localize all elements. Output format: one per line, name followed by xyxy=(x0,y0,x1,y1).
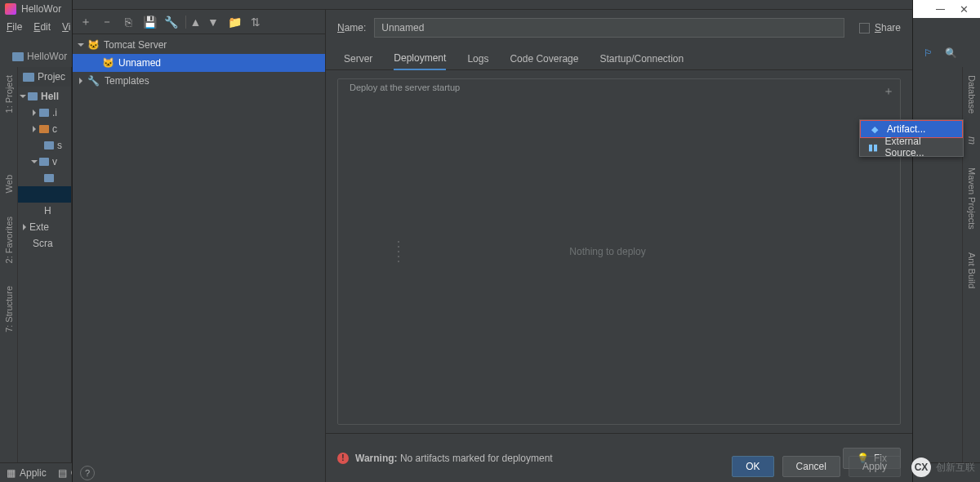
tomcat-icon: 🐱 xyxy=(102,57,114,69)
folder-icon xyxy=(12,52,24,61)
search-icon[interactable]: 🔍 xyxy=(945,47,957,59)
minimize-icon[interactable] xyxy=(936,9,945,10)
help-button[interactable]: ? xyxy=(80,466,95,480)
intellij-icon xyxy=(5,3,16,15)
folder-config-icon[interactable]: 📁 xyxy=(228,16,241,29)
folder-icon xyxy=(23,73,34,82)
menu-edit[interactable]: Edit xyxy=(33,21,51,33)
config-unnamed[interactable]: 🐱 Unnamed xyxy=(73,54,325,72)
flag-icon[interactable]: 🏳 xyxy=(924,47,933,59)
sort-config-icon[interactable]: ⇅ xyxy=(249,16,262,29)
external-window-controls: ✕ xyxy=(912,0,980,18)
config-templates-node[interactable]: 🔧 Templates xyxy=(73,72,325,90)
config-tree[interactable]: 🐱 Tomcat Server 🐱 Unnamed 🔧 Templates xyxy=(73,34,325,482)
warning-icon: ! xyxy=(337,453,349,464)
add-config-icon[interactable]: ＋ xyxy=(79,16,92,29)
warning-row: ! Warning: No artifacts marked for deplo… xyxy=(337,453,553,464)
right-tool-window-bar: Database m Maven Projects Ant Build xyxy=(962,67,980,462)
artifact-icon: ◆ xyxy=(869,123,880,135)
tab-web[interactable]: Web xyxy=(4,175,14,193)
config-right-panel: Name: Share Server Deployment Logs Code … xyxy=(326,10,912,482)
tab-deployment[interactable]: Deployment xyxy=(394,52,446,70)
chevron-right-icon xyxy=(79,78,82,84)
ide-menubar[interactable]: FFileile Edit Vi xyxy=(0,18,71,36)
move-up-icon[interactable]: ▲ xyxy=(185,16,198,29)
name-row: Name: Share xyxy=(326,10,912,46)
save-config-icon[interactable]: 💾 xyxy=(143,16,156,29)
name-label: Name: xyxy=(337,22,366,33)
add-deploy-context-menu: ◆ Artifact... ▮▮ External Source... xyxy=(859,119,964,157)
breadcrumb-label: HelloWor xyxy=(27,51,67,62)
left-tool-window-bar: 1: Project Web 2: Favorites 7: Structure xyxy=(0,67,18,462)
run-config-dialog: ＋ － ⎘ 💾 🔧 ▲ ▼ 📁 ⇅ 🐱 Tomcat Server 🐱 Unn xyxy=(72,0,913,482)
tab-maven-label[interactable]: Maven Projects xyxy=(967,167,977,230)
chevron-down-icon xyxy=(78,43,84,47)
ok-button[interactable]: OK xyxy=(732,456,773,477)
config-toolbar: ＋ － ⎘ 💾 🔧 ▲ ▼ 📁 ⇅ xyxy=(73,10,325,34)
deployment-panel: Deploy at the server startup Nothing to … xyxy=(326,70,912,433)
tab-favorites[interactable]: 2: Favorites xyxy=(4,216,14,263)
tab-code-coverage[interactable]: Code Coverage xyxy=(510,53,578,69)
apply-button[interactable]: Apply xyxy=(849,456,901,477)
project-tool-window: Projec Hell .i c s v H Exte Scra xyxy=(18,67,72,462)
tab-startup-connection[interactable]: Startup/Connection xyxy=(599,53,684,69)
config-left-panel: ＋ － ⎘ 💾 🔧 ▲ ▼ 📁 ⇅ 🐱 Tomcat Server 🐱 Unn xyxy=(73,10,326,482)
dialog-titlebar[interactable] xyxy=(73,0,912,10)
project-tree[interactable]: Hell .i c s v H Exte Scra xyxy=(18,87,71,252)
ide-title: HelloWor xyxy=(21,3,61,15)
dialog-buttons: OK Cancel Apply xyxy=(732,456,901,482)
tab-maven[interactable]: m xyxy=(966,136,978,145)
tab-database[interactable]: Database xyxy=(967,75,977,114)
tomcat-icon: 🐱 xyxy=(87,39,99,51)
copy-config-icon[interactable]: ⎘ xyxy=(122,16,135,29)
menu-view[interactable]: Vi xyxy=(62,21,70,33)
status-applic[interactable]: ▦ Applic xyxy=(7,467,47,479)
deploy-list-box: Deploy at the server startup Nothing to … xyxy=(337,78,901,425)
config-tomcat-node[interactable]: 🐱 Tomcat Server xyxy=(73,36,325,54)
remove-config-icon[interactable]: － xyxy=(100,16,114,29)
wrench-icon: 🔧 xyxy=(87,75,100,87)
splitter-grip[interactable] xyxy=(398,241,403,262)
ide-titlebar: HelloWor xyxy=(0,0,61,18)
breadcrumb[interactable]: HelloWor xyxy=(12,47,67,65)
cancel-button[interactable]: Cancel xyxy=(782,456,840,477)
tab-server[interactable]: Server xyxy=(344,53,372,69)
config-tabs: Server Deployment Logs Code Coverage Sta… xyxy=(326,46,912,70)
menu-file[interactable]: FFileile xyxy=(7,21,22,33)
ctx-external-source[interactable]: ▮▮ External Source... xyxy=(860,138,963,156)
tab-project[interactable]: 1: Project xyxy=(4,75,14,113)
name-input[interactable] xyxy=(374,18,844,38)
move-down-icon[interactable]: ▼ xyxy=(207,16,220,29)
external-source-icon: ▮▮ xyxy=(868,141,879,153)
deploy-placeholder: Nothing to deploy xyxy=(338,79,877,424)
add-deploy-icon[interactable]: ＋ xyxy=(883,84,894,99)
close-icon[interactable]: ✕ xyxy=(960,3,969,16)
tab-ant[interactable]: Ant Build xyxy=(967,252,977,288)
share-checkbox[interactable]: Share xyxy=(859,22,901,33)
edit-defaults-icon[interactable]: 🔧 xyxy=(164,16,177,29)
checkbox-icon xyxy=(859,23,870,33)
tab-structure[interactable]: 7: Structure xyxy=(4,286,14,332)
tab-logs[interactable]: Logs xyxy=(467,53,488,69)
project-header[interactable]: Projec xyxy=(18,67,71,87)
